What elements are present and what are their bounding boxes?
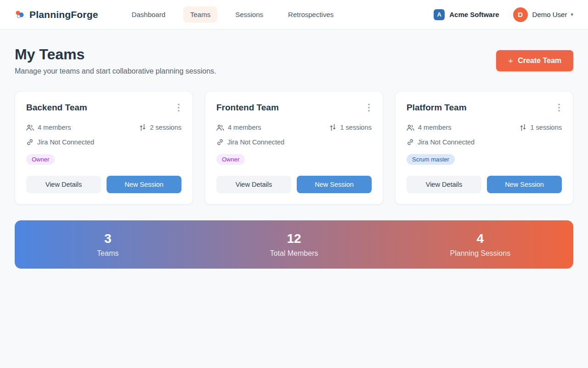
sessions-count: 2 sessions — [139, 124, 181, 131]
team-name: Frontend Team — [216, 103, 279, 113]
page-header: My Teams Manage your teams and start col… — [15, 46, 573, 75]
role-badge: Owner — [26, 154, 55, 165]
create-team-button[interactable]: + Create Team — [496, 50, 573, 71]
main-content: My Teams Manage your teams and start col… — [0, 29, 588, 269]
stat-planning-sessions: 4 Planning Sessions — [387, 231, 573, 258]
role-badge: Owner — [216, 154, 245, 165]
sessions-icon — [139, 124, 146, 131]
jira-status: Jira Not Connected — [26, 138, 181, 146]
sessions-count: 1 sessions — [329, 124, 372, 131]
sessions-icon — [520, 124, 526, 131]
team-name: Platform Team — [407, 103, 467, 113]
link-icon — [26, 138, 34, 146]
stat-label: Planning Sessions — [387, 249, 573, 258]
users-icon — [407, 124, 414, 131]
top-navbar: PlanningForge Dashboard Teams Sessions R… — [0, 0, 588, 29]
planningforge-logo-icon — [15, 10, 25, 20]
org-initial-badge: A — [434, 9, 445, 20]
plus-icon: + — [508, 57, 513, 65]
sessions-icon — [329, 124, 336, 131]
create-team-label: Create Team — [518, 57, 561, 65]
members-count: 4 members — [407, 124, 452, 131]
stat-total-members: 12 Total Members — [201, 231, 387, 258]
team-cards-grid: Backend Team 4 members — [15, 91, 573, 205]
kebab-menu-icon[interactable] — [176, 103, 181, 113]
team-card-platform: Platform Team 4 members — [395, 91, 573, 205]
stat-value: 12 — [201, 231, 387, 246]
stat-label: Total Members — [201, 249, 387, 258]
chevron-down-icon: ▾ — [571, 12, 573, 17]
role-badge: Scrum master — [407, 154, 455, 165]
team-card-frontend: Frontend Team 4 members — [205, 91, 383, 205]
team-card-backend: Backend Team 4 members — [15, 91, 193, 205]
new-session-button[interactable]: New Session — [107, 176, 181, 193]
org-switcher[interactable]: A Acme Software — [434, 9, 499, 20]
jira-status: Jira Not Connected — [407, 138, 562, 146]
link-icon — [216, 138, 224, 146]
new-session-button[interactable]: New Session — [487, 176, 562, 193]
brand[interactable]: PlanningForge — [15, 9, 98, 20]
stats-banner: 3 Teams 12 Total Members 4 Planning Sess… — [15, 220, 573, 269]
users-icon — [216, 124, 224, 131]
nav-item-retrospectives[interactable]: Retrospectives — [281, 6, 340, 23]
members-count: 4 members — [26, 124, 71, 131]
user-name: Demo User — [532, 11, 567, 18]
kebab-menu-icon[interactable] — [556, 103, 562, 113]
main-nav: Dashboard Teams Sessions Retrospectives — [125, 6, 341, 23]
view-details-button[interactable]: View Details — [216, 176, 291, 193]
avatar: D — [513, 7, 528, 22]
page-title: My Teams — [15, 46, 216, 63]
kebab-menu-icon[interactable] — [366, 103, 372, 113]
header-right: A Acme Software D Demo User ▾ — [434, 7, 573, 22]
page-subtitle: Manage your teams and start collaborativ… — [15, 67, 216, 75]
view-details-button[interactable]: View Details — [407, 176, 481, 193]
stat-teams: 3 Teams — [15, 231, 201, 258]
team-name: Backend Team — [26, 103, 87, 113]
nav-item-teams[interactable]: Teams — [183, 6, 217, 23]
new-session-button[interactable]: New Session — [297, 176, 372, 193]
user-menu[interactable]: D Demo User ▾ — [513, 7, 573, 22]
stat-label: Teams — [15, 249, 201, 258]
org-name: Acme Software — [449, 11, 499, 18]
brand-title: PlanningForge — [29, 9, 98, 20]
users-icon — [26, 124, 34, 131]
stat-value: 4 — [387, 231, 573, 246]
jira-status: Jira Not Connected — [216, 138, 372, 146]
nav-item-sessions[interactable]: Sessions — [228, 6, 270, 23]
view-details-button[interactable]: View Details — [26, 176, 101, 193]
members-count: 4 members — [216, 124, 261, 131]
link-icon — [407, 138, 414, 146]
sessions-count: 1 sessions — [520, 124, 562, 131]
nav-item-dashboard[interactable]: Dashboard — [125, 6, 172, 23]
stat-value: 3 — [15, 231, 201, 246]
